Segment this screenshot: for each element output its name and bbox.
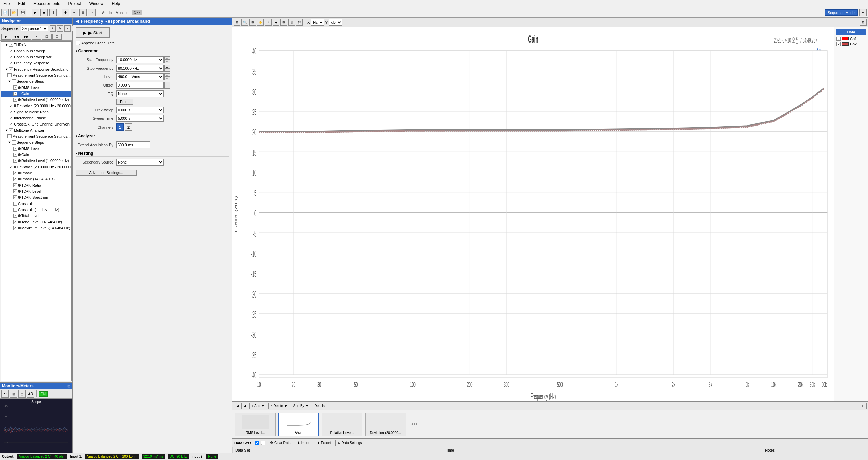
tree-item-deviation[interactable]: Deviation (20.0000 Hz - 20.0000 <box>1 103 71 109</box>
extend-acq-input[interactable] <box>116 141 150 148</box>
tree-item-tdn-ratio[interactable]: TD+N Ratio <box>1 182 71 188</box>
tree-checkbox[interactable] <box>13 147 17 151</box>
tree-checkbox[interactable] <box>13 208 17 212</box>
spin-down[interactable]: ▼ <box>164 77 170 80</box>
append-checkbox[interactable] <box>76 41 80 45</box>
copy-btn[interactable]: ⎘ <box>288 19 295 26</box>
tree-item-rel-level-2[interactable]: Relative Level (1.00000 kHz) <box>1 158 71 164</box>
tree-checkbox[interactable] <box>7 73 12 77</box>
seq-edit-btn[interactable]: ✎ <box>57 25 63 32</box>
clear-data-btn[interactable]: 🗑 Clear Data <box>268 440 293 446</box>
tree-item-rms-level-2[interactable]: RMS Level <box>1 146 71 152</box>
edit-button[interactable]: Edit... <box>116 99 133 105</box>
sequence-mode-btn[interactable]: Sequence Mode <box>825 9 858 16</box>
list-btn[interactable]: ≡ <box>71 9 78 16</box>
tree-item-thdn[interactable]: ▶ THD+N <box>1 42 71 48</box>
settings-btn[interactable]: ⚙ <box>62 9 69 16</box>
new-btn[interactable]: 📄 <box>1 9 9 16</box>
tree-item-interchannel[interactable]: Interchannel Phase <box>1 115 71 121</box>
legend-checkbox-ch2[interactable]: ✓ <box>836 42 841 46</box>
save-btn[interactable]: 💾 <box>19 9 26 16</box>
tree-checkbox[interactable] <box>13 189 17 193</box>
sequence-select[interactable]: Sequence 1 <box>21 26 48 31</box>
tree-item-tdn-spectrum[interactable]: TD+N Spectrum <box>1 194 71 200</box>
tree-item-meas-seq-settings-2[interactable]: Measurement Sequence Settings... <box>1 133 71 139</box>
tree-checkbox[interactable] <box>13 171 17 175</box>
tree-item-tone-level[interactable]: Tone Level (14.6484 Hz) <box>1 219 71 225</box>
more-tabs-icon[interactable]: ••• <box>409 413 420 436</box>
start-button[interactable]: ▶ ▶ Start <box>76 27 110 38</box>
tab-rms-level[interactable]: RMS Level... <box>235 413 276 436</box>
tree-checkbox[interactable] <box>13 202 17 206</box>
level-select[interactable]: 490.0 mVrms <box>116 73 164 80</box>
eq-select[interactable]: None <box>116 90 164 97</box>
pan-btn[interactable]: ✋ <box>257 19 264 26</box>
tree-checkbox[interactable] <box>9 43 13 47</box>
tree-item-seq-steps-2[interactable]: ▼ Sequence Steps <box>1 139 71 146</box>
tree-item-tdn-level[interactable]: TD+N Level <box>1 188 71 194</box>
tree-item-continuous-sweep[interactable]: Continuous Sweep <box>1 48 71 54</box>
tree-checkbox[interactable] <box>9 67 13 71</box>
pause-btn[interactable]: ‖ <box>49 9 57 16</box>
tree-item-meas-seq-settings[interactable]: Measurement Sequence Settings... <box>1 72 71 78</box>
zoom-in-btn[interactable]: 🔍 <box>241 19 248 26</box>
arrow-btn[interactable]: → <box>88 9 96 16</box>
tree-checkbox[interactable] <box>13 85 17 90</box>
tree-checkbox[interactable] <box>9 165 13 169</box>
stop-btn[interactable]: ■ <box>40 9 48 16</box>
legend-item-ch2[interactable]: ✓ Ch2 <box>836 42 866 46</box>
navigator-pin-icon[interactable]: ⊣ <box>67 19 70 23</box>
menu-help[interactable]: Help <box>110 1 122 7</box>
tree-item-phase-hz[interactable]: Phase (14.6484 Hz) <box>1 176 71 182</box>
legend-checkbox-ch1[interactable]: ✓ <box>836 37 841 41</box>
tree-checkbox[interactable] <box>12 140 16 145</box>
tree-checkbox[interactable] <box>13 153 17 157</box>
tree-item-freq-resp[interactable]: Frequency Response <box>1 60 71 66</box>
tree-item-phase[interactable]: Phase <box>1 170 71 176</box>
pre-sweep-select[interactable]: 0.000 s <box>116 107 164 113</box>
tree-item-deviation-2[interactable]: Deviation (20.0000 Hz - 20.0000 <box>1 164 71 170</box>
data-settings-btn[interactable]: ⚙ Data Settings <box>335 440 364 446</box>
add-tab-btn[interactable]: + Add ▼ <box>249 403 267 409</box>
legend-item-ch1[interactable]: ✓ Ch1 <box>836 37 866 41</box>
back-btn[interactable]: ◀◀ <box>12 34 21 40</box>
tree-checkbox[interactable] <box>13 98 17 102</box>
fwd-btn[interactable]: ▶▶ <box>22 34 31 40</box>
ch1-button[interactable]: 1 <box>116 123 124 131</box>
cursor-btn[interactable]: + <box>265 19 272 26</box>
zoom-fit-btn[interactable]: ⊞ <box>234 19 240 26</box>
tree-checkbox[interactable] <box>9 116 13 120</box>
tabs-first-btn[interactable]: |◀ <box>234 403 240 409</box>
spin-up[interactable]: ▲ <box>164 65 170 68</box>
tree-checkbox[interactable] <box>13 159 17 163</box>
tree-checkbox[interactable] <box>13 195 17 199</box>
tree-item-snr[interactable]: Signal to Noise Ratio <box>1 109 71 115</box>
tab-gain[interactable]: Gain <box>278 413 319 436</box>
sweep-time-select[interactable]: 5.000 s <box>116 115 164 122</box>
menu-project[interactable]: Project <box>66 1 83 7</box>
tree-item-crosstalk-hz[interactable]: Crosstalk (---- Hz/---- Hz) <box>1 207 71 213</box>
tab-relative-level[interactable]: Relative Level... <box>322 413 362 436</box>
seq-dropdown-btn[interactable]: ▼ <box>859 9 867 16</box>
tree-checkbox[interactable] <box>9 122 13 126</box>
tree-item-total-level[interactable]: Total Level <box>1 213 71 219</box>
tabs-prev-btn[interactable]: ◀ <box>241 403 248 409</box>
menu-file[interactable]: File <box>1 1 12 7</box>
tree-checkbox[interactable] <box>9 61 13 65</box>
check-btn[interactable]: ☐ <box>42 34 52 40</box>
tree-item-gain[interactable]: Gain <box>1 91 71 97</box>
sort-tab-btn[interactable]: Sort By ▼ <box>291 403 311 409</box>
advanced-button[interactable]: Advanced Settings... <box>76 170 137 176</box>
x-axis-select[interactable]: Hz <box>311 19 324 26</box>
ch2-button[interactable]: 2 <box>125 123 132 131</box>
more-settings-btn[interactable]: ⊡ <box>860 19 867 26</box>
dataset-checkbox-2[interactable] <box>261 441 265 445</box>
spin-up[interactable]: ▲ <box>164 82 170 85</box>
delete-tab-btn[interactable]: × Delete ▼ <box>268 403 290 409</box>
tree-checkbox[interactable] <box>13 183 17 187</box>
start-freq-select[interactable]: 10.0000 Hz <box>116 56 164 63</box>
close-btn[interactable]: × <box>32 34 41 40</box>
import-btn[interactable]: ⬇ Import <box>295 440 313 446</box>
details-tab-btn[interactable]: Details <box>312 403 327 409</box>
run-btn[interactable]: ▶ <box>32 9 39 16</box>
